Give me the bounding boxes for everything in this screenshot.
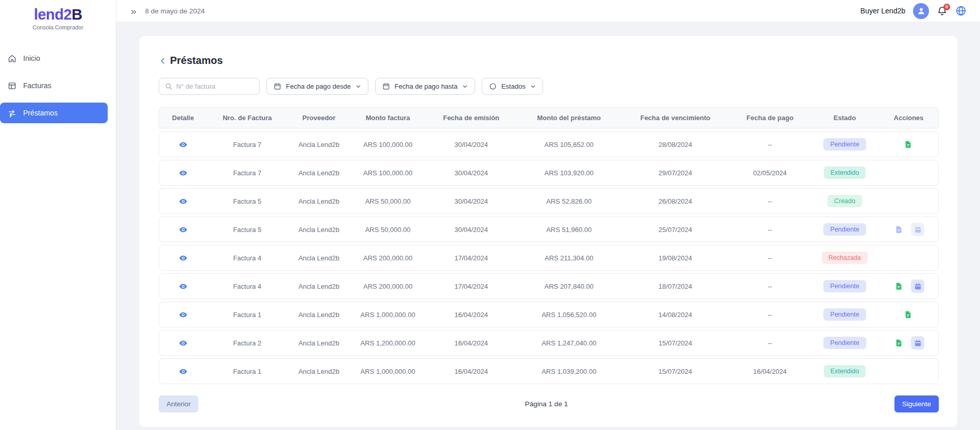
column-header: Proveedor xyxy=(288,114,350,122)
states-filter-button[interactable]: Estados xyxy=(482,78,543,95)
cell-proveedor: Ancla Lend2b xyxy=(288,283,350,290)
view-detail-button[interactable] xyxy=(177,366,189,377)
status-badge: Pendiente xyxy=(823,308,866,321)
main-column: » 8 de mayo de 2024 Buyer Lend2b 0 xyxy=(116,0,980,430)
table-row: Factura 1Ancla Lend2bARS 1,000,000.0016/… xyxy=(159,358,939,384)
table-row: Factura 2Ancla Lend2bARS 1,200,000.0016/… xyxy=(159,330,939,356)
cell-fecha_pago: 16/04/2024 xyxy=(730,368,810,375)
invoice-file-button[interactable] xyxy=(892,336,906,350)
cell-fecha_pago: -- xyxy=(730,283,810,290)
sidebar-item-facturas[interactable]: Facturas xyxy=(0,75,108,96)
actions-cell xyxy=(879,223,938,236)
brand-logo: lend2B xyxy=(0,6,116,23)
cell-monto_factura: ARS 50,000.00 xyxy=(350,226,426,234)
date-to-filter-button[interactable]: Fecha de pago hasta xyxy=(375,78,475,95)
sidebar-item-label: Inicio xyxy=(23,54,40,62)
chevron-down-icon xyxy=(530,84,536,89)
user-icon xyxy=(917,6,926,15)
view-detail-button[interactable] xyxy=(177,280,189,292)
invoice-file-button[interactable] xyxy=(892,223,906,236)
status-badge: Pendiente xyxy=(823,280,866,292)
actions-cell xyxy=(879,308,938,321)
page-title: Préstamos xyxy=(170,55,223,67)
cell-proveedor: Ancla Lend2b xyxy=(288,226,350,234)
date-from-filter-label: Fecha de pago desde xyxy=(286,82,351,90)
cell-proveedor: Ancla Lend2b xyxy=(288,311,350,319)
app-root: lend2B Consola Comprador Inicio Facturas xyxy=(0,0,980,430)
loans-card: Préstamos Fecha de pago desde xyxy=(139,36,957,427)
invoice-file-button[interactable] xyxy=(892,279,906,293)
cell-monto_factura: ARS 200,000.00 xyxy=(350,254,426,262)
search-icon xyxy=(165,82,173,90)
language-globe-icon[interactable] xyxy=(955,5,967,16)
table-header-row: DetalleNro. de FacturaProveedorMonto fac… xyxy=(159,107,939,128)
column-header: Acciones xyxy=(879,114,938,122)
header-username: Buyer Lend2b xyxy=(860,7,905,15)
actions-cell xyxy=(879,138,938,151)
content-area: Préstamos Fecha de pago desde xyxy=(116,22,980,430)
sidebar-item-prestamos[interactable]: Préstamos xyxy=(0,103,108,123)
invoice-file-button[interactable] xyxy=(902,138,915,151)
view-detail-button[interactable] xyxy=(177,139,189,151)
brand-subtitle: Consola Comprador xyxy=(0,24,116,30)
invoice-file-button[interactable] xyxy=(902,308,915,321)
cell-monto_prestamo: ARS 105,652.00 xyxy=(517,141,621,148)
cell-monto_factura: ARS 1,000,000.00 xyxy=(350,368,426,375)
cell-factura: Factura 7 xyxy=(207,169,288,177)
cell-fecha_emision: 16/04/2024 xyxy=(426,368,517,375)
cell-monto_prestamo: ARS 103,920.00 xyxy=(517,169,621,177)
cell-proveedor: Ancla Lend2b xyxy=(288,169,350,177)
cell-factura: Factura 5 xyxy=(207,226,288,234)
column-header: Fecha de pago xyxy=(730,114,810,122)
status-badge: Extendido xyxy=(824,365,866,377)
table-body: Factura 7Ancla Lend2bARS 100,000.0030/04… xyxy=(159,131,939,384)
previous-page-button[interactable]: Anterior xyxy=(159,395,198,412)
cell-monto_factura: ARS 100,000.00 xyxy=(350,169,426,177)
invoice-search xyxy=(159,78,260,95)
calendar-action-button[interactable] xyxy=(911,336,924,350)
column-header: Nro. de Factura xyxy=(207,114,288,122)
cell-fecha_emision: 16/04/2024 xyxy=(426,311,517,319)
invoice-search-input[interactable] xyxy=(176,82,254,90)
calendar-action-button[interactable] xyxy=(911,223,924,236)
header-date: 8 de mayo de 2024 xyxy=(145,7,205,15)
cell-fecha_vencimiento: 26/08/2024 xyxy=(621,197,730,205)
view-detail-button[interactable] xyxy=(177,195,189,207)
date-from-filter-button[interactable]: Fecha de pago desde xyxy=(266,78,368,95)
status-badge: Rechazada xyxy=(822,252,868,264)
cell-fecha_emision: 17/04/2024 xyxy=(426,283,517,290)
cell-fecha_vencimiento: 15/07/2024 xyxy=(621,339,730,347)
cell-monto_prestamo: ARS 52,826.00 xyxy=(517,197,621,205)
cell-factura: Factura 5 xyxy=(207,197,288,205)
actions-cell xyxy=(879,279,938,293)
actions-cell xyxy=(879,336,938,350)
column-header: Monto factura xyxy=(350,114,426,122)
brand[interactable]: lend2B Consola Comprador xyxy=(0,0,116,30)
status-badge: Extendido xyxy=(824,167,866,179)
home-icon xyxy=(8,54,16,63)
page-title-row: Préstamos xyxy=(159,55,939,67)
sidebar-toggle-icon[interactable]: » xyxy=(131,6,137,16)
status-badge: Creado xyxy=(827,195,862,207)
notifications-button[interactable]: 0 xyxy=(937,6,948,16)
calendar-action-button[interactable] xyxy=(911,279,924,293)
sidebar-nav: Inicio Facturas Préstamos xyxy=(0,48,116,123)
cell-proveedor: Ancla Lend2b xyxy=(288,368,350,375)
back-chevron-icon[interactable] xyxy=(159,57,167,65)
cell-factura: Factura 4 xyxy=(207,283,288,290)
filters-bar: Fecha de pago desde Fecha de pago hasta xyxy=(159,78,939,95)
view-detail-button[interactable] xyxy=(177,337,189,349)
cell-fecha_emision: 16/04/2024 xyxy=(426,339,517,347)
view-detail-button[interactable] xyxy=(177,252,189,264)
cell-fecha_emision: 30/04/2024 xyxy=(426,197,517,205)
view-detail-button[interactable] xyxy=(177,167,189,179)
view-detail-button[interactable] xyxy=(177,224,189,236)
view-detail-button[interactable] xyxy=(177,309,189,321)
cell-fecha_vencimiento: 18/07/2024 xyxy=(621,283,730,290)
next-page-button[interactable]: Siguiente xyxy=(894,395,939,412)
sidebar-item-inicio[interactable]: Inicio xyxy=(0,48,108,69)
table-row: Factura 7Ancla Lend2bARS 100,000.0030/04… xyxy=(159,131,939,157)
user-avatar[interactable] xyxy=(913,3,929,19)
cell-monto_prestamo: ARS 1,247,040.00 xyxy=(517,339,621,347)
column-header: Monto del préstamo xyxy=(517,114,621,122)
